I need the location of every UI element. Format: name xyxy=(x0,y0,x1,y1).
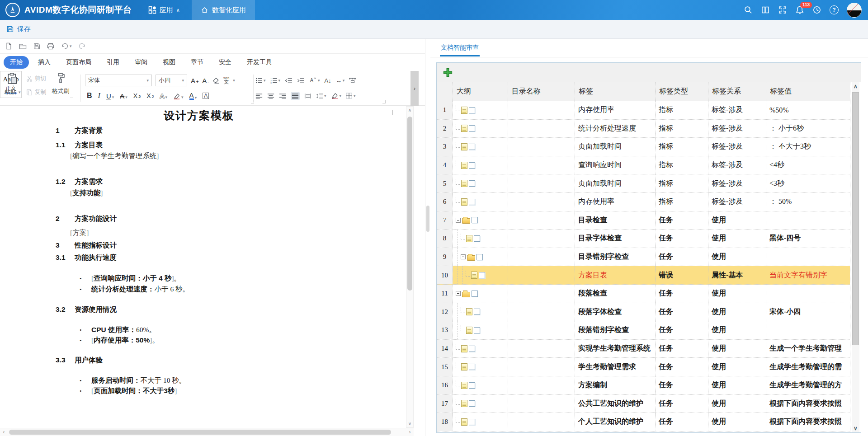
superscript-button[interactable]: X2 xyxy=(133,93,141,99)
font-size-select[interactable]: 小四▾ xyxy=(156,75,187,86)
table-row[interactable]: 18 个人工艺知识的维护 任务 使用 根据下面内容要求按照 xyxy=(437,413,850,431)
align-left-button[interactable] xyxy=(255,93,263,99)
row-checkbox[interactable] xyxy=(469,382,475,389)
vertical-scroll-thumb[interactable] xyxy=(407,117,412,291)
tab-section[interactable]: 章节 xyxy=(184,56,210,69)
document-canvas[interactable]: 设计方案模板 1方案背景 1.1方案目表 [编写一个学生考勤管理系统] 1.2方… xyxy=(0,106,406,428)
character-width-button[interactable] xyxy=(349,78,356,83)
text-effects-button[interactable]: A▾ xyxy=(160,93,168,99)
row-checkbox[interactable] xyxy=(479,272,485,278)
panel-splitter[interactable] xyxy=(425,39,430,436)
editor-vertical-scrollbar[interactable]: ∧ ∨ xyxy=(406,106,414,428)
row-checkbox[interactable] xyxy=(476,254,483,260)
table-row[interactable]: 15 学生考勤管理需求 任务 使用 生成学生考勤管理的需 xyxy=(437,358,850,376)
scroll-right-icon[interactable]: › xyxy=(406,428,414,436)
scroll-down-icon[interactable]: ∨ xyxy=(406,420,413,427)
row-checkbox[interactable] xyxy=(469,125,475,131)
open-file-icon[interactable] xyxy=(19,43,27,50)
table-row[interactable]: 2 统计分析处理速度 指标 标签-涉及 ： 小于6秒 xyxy=(437,120,850,138)
table-row[interactable]: 9 目录错别字检查 任务 使用 xyxy=(437,248,850,267)
clear-format-button[interactable] xyxy=(212,77,220,84)
collapse-toggle[interactable] xyxy=(456,218,461,223)
table-row-error-highlight[interactable]: 10 方案目表 错误 属性-基本 当前文字有错别字 xyxy=(437,266,850,285)
table-row[interactable]: 7 目录检查 任务 使用 xyxy=(437,211,850,230)
row-checkbox[interactable] xyxy=(472,291,478,297)
table-row[interactable]: 12 段落字体检查 任务 使用 宋体-小四 xyxy=(437,303,850,322)
shading-button[interactable]: ▾ xyxy=(331,93,342,99)
scroll-up-icon[interactable]: ∧ xyxy=(406,107,413,114)
table-row[interactable]: 4 查询响应时间 指标 标签-涉及 <4秒 xyxy=(437,156,850,175)
tab-review[interactable]: 审阅 xyxy=(128,56,154,69)
help-icon[interactable]: ? xyxy=(830,5,839,14)
table-row[interactable]: 13 段落错别字检查 任务 使用 xyxy=(437,321,850,340)
table-row[interactable]: 17 公共工艺知识的维护 任务 使用 根据下面内容要求按照 xyxy=(437,395,850,413)
undo-button[interactable]: ▾ xyxy=(61,43,72,49)
increase-indent-button[interactable] xyxy=(297,78,305,84)
panel-expand-button[interactable]: › xyxy=(410,71,419,106)
underline-button[interactable]: U▾ xyxy=(106,93,114,99)
apps-menu[interactable]: 应用 ∧ xyxy=(145,0,184,20)
clock-icon[interactable] xyxy=(812,5,821,14)
tab-home[interactable]: 开始 xyxy=(4,56,29,69)
decrease-indent-button[interactable] xyxy=(285,78,292,84)
scroll-down-icon[interactable]: ∨ xyxy=(852,425,859,431)
row-checkbox[interactable] xyxy=(474,309,480,315)
character-scale-button[interactable]: A▾ xyxy=(309,77,320,84)
table-row[interactable]: 14 实现学生考勤管理系统 任务 使用 生成一个学生考勤管理 xyxy=(437,340,850,358)
table-row[interactable]: 6 内存使用率 指标 标签-涉及 ： 50% xyxy=(437,193,850,211)
row-checkbox[interactable] xyxy=(469,400,475,407)
font-family-select[interactable]: 宋体▾ xyxy=(85,75,152,86)
tab-insert[interactable]: 插入 xyxy=(32,56,57,69)
tab-page-layout[interactable]: 页面布局 xyxy=(60,56,98,69)
italic-button[interactable]: I xyxy=(98,92,100,99)
row-checkbox[interactable] xyxy=(469,162,475,169)
editor-horizontal-scrollbar[interactable]: ‹ › xyxy=(0,428,414,436)
save-button[interactable]: 保存 xyxy=(6,25,31,33)
cut-button[interactable]: 剪切 xyxy=(26,73,47,84)
collapse-toggle[interactable] xyxy=(456,291,461,296)
sort-button[interactable]: A↓ xyxy=(325,77,331,84)
row-checkbox[interactable] xyxy=(469,107,475,113)
borders-button[interactable]: ▾ xyxy=(346,93,356,99)
numbered-list-button[interactable]: 123▾ xyxy=(270,77,281,84)
paste-button[interactable]: 粘贴▾ xyxy=(5,73,21,98)
row-checkbox[interactable] xyxy=(469,364,475,370)
scroll-left-icon[interactable]: ‹ xyxy=(0,428,8,436)
redo-button[interactable] xyxy=(79,43,86,49)
table-row[interactable]: 8 目录字体检查 任务 使用 黑体-四号 xyxy=(437,230,850,248)
row-checkbox[interactable] xyxy=(474,235,480,242)
highlight-color-button[interactable]: ▾ xyxy=(173,93,184,99)
row-checkbox[interactable] xyxy=(469,419,475,425)
justify-button[interactable] xyxy=(291,92,300,100)
fullscreen-icon[interactable] xyxy=(778,5,787,14)
tab-security[interactable]: 安全 xyxy=(212,56,238,69)
bullet-list-button[interactable]: ▾ xyxy=(255,77,266,84)
align-right-button[interactable] xyxy=(279,93,286,99)
collapse-toggle[interactable] xyxy=(461,254,466,259)
table-vertical-scrollbar[interactable]: ∧ ∨ xyxy=(850,82,861,432)
align-center-button[interactable] xyxy=(267,93,274,99)
row-checkbox[interactable] xyxy=(474,327,480,333)
table-row[interactable]: 1 内存使用率 指标 标签-涉及 %50% xyxy=(437,101,850,120)
workspace-tab[interactable]: 数智化应用 xyxy=(192,0,255,20)
format-painter-button[interactable]: 格式刷 xyxy=(52,73,70,98)
tab-dev-tools[interactable]: 开发工具 xyxy=(241,56,278,69)
font-color-button[interactable]: A▾ xyxy=(189,92,197,100)
new-document-icon[interactable] xyxy=(5,42,12,50)
row-checkbox[interactable] xyxy=(469,199,475,205)
phonetic-guide-button[interactable]: wén文 xyxy=(223,76,229,84)
quick-save-icon[interactable] xyxy=(33,43,40,50)
character-border-button[interactable]: A xyxy=(203,93,209,99)
distribute-button[interactable] xyxy=(304,93,311,99)
tab-references[interactable]: 引用 xyxy=(100,56,126,69)
user-avatar[interactable] xyxy=(847,3,862,18)
copy-button[interactable]: 复制 xyxy=(26,86,47,98)
document-library-icon[interactable] xyxy=(761,5,770,14)
row-checkbox[interactable] xyxy=(469,346,475,352)
table-row[interactable]: 3 页面加载时间 指标 标签-涉及 ： 不大于3秒 xyxy=(437,138,850,156)
bold-button[interactable]: B xyxy=(87,92,92,99)
tab-doc-smart-review[interactable]: 文档智能审查 xyxy=(440,44,480,56)
print-icon[interactable] xyxy=(47,43,54,50)
text-direction-button[interactable]: ↔▾ xyxy=(336,77,345,84)
strikethrough-button[interactable]: A▾ xyxy=(120,93,127,99)
